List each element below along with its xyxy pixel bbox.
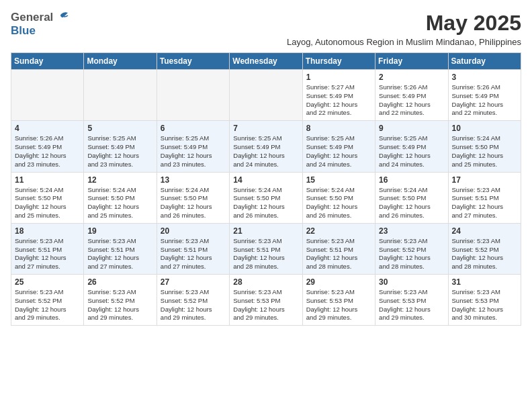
day-info: Sunrise: 5:24 AM Sunset: 5:50 PM Dayligh… bbox=[15, 186, 80, 220]
day-info: Sunrise: 5:23 AM Sunset: 5:51 PM Dayligh… bbox=[161, 237, 226, 271]
day-info: Sunrise: 5:24 AM Sunset: 5:50 PM Dayligh… bbox=[306, 186, 371, 220]
calendar-cell: 15Sunrise: 5:24 AM Sunset: 5:50 PM Dayli… bbox=[302, 172, 375, 223]
calendar-week-2: 4Sunrise: 5:26 AM Sunset: 5:49 PM Daylig… bbox=[11, 121, 521, 172]
day-number: 6 bbox=[161, 124, 226, 133]
day-info: Sunrise: 5:26 AM Sunset: 5:49 PM Dayligh… bbox=[15, 134, 80, 169]
calendar-cell: 29Sunrise: 5:23 AM Sunset: 5:53 PM Dayli… bbox=[302, 275, 375, 326]
day-info: Sunrise: 5:25 AM Sunset: 5:49 PM Dayligh… bbox=[379, 134, 444, 169]
calendar-cell: 4Sunrise: 5:26 AM Sunset: 5:49 PM Daylig… bbox=[11, 121, 84, 172]
day-info: Sunrise: 5:23 AM Sunset: 5:52 PM Dayligh… bbox=[161, 288, 226, 322]
day-number: 31 bbox=[452, 277, 517, 287]
day-number: 9 bbox=[379, 124, 444, 133]
calendar-cell: 14Sunrise: 5:24 AM Sunset: 5:50 PM Dayli… bbox=[230, 172, 302, 223]
calendar-cell: 7Sunrise: 5:25 AM Sunset: 5:49 PM Daylig… bbox=[230, 121, 302, 172]
day-number: 28 bbox=[233, 277, 298, 287]
day-number: 19 bbox=[87, 226, 152, 236]
day-number: 20 bbox=[161, 226, 226, 236]
day-info: Sunrise: 5:24 AM Sunset: 5:50 PM Dayligh… bbox=[233, 186, 298, 220]
calendar-table: SundayMondayTuesdayWednesdayThursdayFrid… bbox=[11, 52, 521, 326]
logo: General Blue bbox=[11, 11, 69, 38]
calendar-week-5: 25Sunrise: 5:23 AM Sunset: 5:52 PM Dayli… bbox=[11, 275, 521, 326]
calendar-cell: 2Sunrise: 5:26 AM Sunset: 5:49 PM Daylig… bbox=[375, 70, 448, 121]
day-info: Sunrise: 5:24 AM Sunset: 5:50 PM Dayligh… bbox=[87, 186, 152, 220]
day-number: 3 bbox=[452, 73, 517, 82]
day-number: 30 bbox=[379, 277, 444, 287]
day-number: 15 bbox=[306, 175, 371, 185]
day-number: 10 bbox=[452, 124, 517, 133]
calendar-cell: 19Sunrise: 5:23 AM Sunset: 5:51 PM Dayli… bbox=[84, 223, 157, 274]
calendar-cell: 31Sunrise: 5:23 AM Sunset: 5:53 PM Dayli… bbox=[448, 275, 521, 326]
day-info: Sunrise: 5:23 AM Sunset: 5:53 PM Dayligh… bbox=[306, 288, 371, 322]
calendar-week-4: 18Sunrise: 5:23 AM Sunset: 5:51 PM Dayli… bbox=[11, 223, 521, 274]
day-info: Sunrise: 5:24 AM Sunset: 5:50 PM Dayligh… bbox=[161, 186, 226, 220]
day-number: 25 bbox=[15, 277, 80, 287]
day-info: Sunrise: 5:26 AM Sunset: 5:49 PM Dayligh… bbox=[452, 83, 517, 118]
day-number: 29 bbox=[306, 277, 371, 287]
day-number: 11 bbox=[15, 175, 80, 185]
day-number: 4 bbox=[15, 124, 80, 133]
day-number: 16 bbox=[379, 175, 444, 185]
calendar-subtitle: Layog, Autonomous Region in Muslim Minda… bbox=[287, 37, 521, 47]
calendar-cell: 17Sunrise: 5:23 AM Sunset: 5:51 PM Dayli… bbox=[448, 172, 521, 223]
calendar-cell: 23Sunrise: 5:23 AM Sunset: 5:52 PM Dayli… bbox=[375, 223, 448, 274]
day-info: Sunrise: 5:26 AM Sunset: 5:49 PM Dayligh… bbox=[379, 83, 444, 118]
day-number: 1 bbox=[306, 73, 371, 82]
calendar-cell: 28Sunrise: 5:23 AM Sunset: 5:53 PM Dayli… bbox=[230, 275, 302, 326]
title-section: May 2025 Layog, Autonomous Region in Mus… bbox=[287, 11, 521, 47]
day-number: 22 bbox=[306, 226, 371, 236]
day-number: 8 bbox=[306, 124, 371, 133]
calendar-cell: 27Sunrise: 5:23 AM Sunset: 5:52 PM Dayli… bbox=[157, 275, 229, 326]
day-info: Sunrise: 5:23 AM Sunset: 5:51 PM Dayligh… bbox=[87, 237, 152, 271]
weekday-header-tuesday: Tuesday bbox=[157, 53, 229, 70]
calendar-cell: 3Sunrise: 5:26 AM Sunset: 5:49 PM Daylig… bbox=[448, 70, 521, 121]
calendar-cell: 21Sunrise: 5:23 AM Sunset: 5:51 PM Dayli… bbox=[230, 223, 302, 274]
calendar-cell: 5Sunrise: 5:25 AM Sunset: 5:49 PM Daylig… bbox=[84, 121, 157, 172]
calendar-cell: 9Sunrise: 5:25 AM Sunset: 5:49 PM Daylig… bbox=[375, 121, 448, 172]
calendar-cell: 8Sunrise: 5:25 AM Sunset: 5:49 PM Daylig… bbox=[302, 121, 375, 172]
calendar-week-3: 11Sunrise: 5:24 AM Sunset: 5:50 PM Dayli… bbox=[11, 172, 521, 223]
weekday-header-row: SundayMondayTuesdayWednesdayThursdayFrid… bbox=[11, 53, 521, 70]
calendar-cell: 12Sunrise: 5:24 AM Sunset: 5:50 PM Dayli… bbox=[84, 172, 157, 223]
weekday-header-friday: Friday bbox=[375, 53, 448, 70]
day-info: Sunrise: 5:23 AM Sunset: 5:52 PM Dayligh… bbox=[15, 288, 80, 322]
calendar-cell bbox=[84, 70, 157, 121]
calendar-cell: 24Sunrise: 5:23 AM Sunset: 5:52 PM Dayli… bbox=[448, 223, 521, 274]
logo-blue-text: Blue bbox=[11, 24, 36, 37]
calendar-cell: 11Sunrise: 5:24 AM Sunset: 5:50 PM Dayli… bbox=[11, 172, 84, 223]
calendar-cell: 1Sunrise: 5:27 AM Sunset: 5:49 PM Daylig… bbox=[302, 70, 375, 121]
weekday-header-monday: Monday bbox=[84, 53, 157, 70]
logo-general-text: General bbox=[11, 11, 53, 24]
day-number: 18 bbox=[15, 226, 80, 236]
day-number: 21 bbox=[233, 226, 298, 236]
calendar-cell: 22Sunrise: 5:23 AM Sunset: 5:51 PM Dayli… bbox=[302, 223, 375, 274]
calendar-cell: 18Sunrise: 5:23 AM Sunset: 5:51 PM Dayli… bbox=[11, 223, 84, 274]
day-number: 2 bbox=[379, 73, 444, 82]
day-info: Sunrise: 5:23 AM Sunset: 5:51 PM Dayligh… bbox=[452, 186, 517, 220]
day-info: Sunrise: 5:27 AM Sunset: 5:49 PM Dayligh… bbox=[306, 83, 371, 118]
day-number: 14 bbox=[233, 175, 298, 185]
page-header: General Blue May 2025 Layog, Autonomous … bbox=[11, 11, 521, 47]
calendar-cell: 6Sunrise: 5:25 AM Sunset: 5:49 PM Daylig… bbox=[157, 121, 229, 172]
day-number: 7 bbox=[233, 124, 298, 133]
day-info: Sunrise: 5:23 AM Sunset: 5:52 PM Dayligh… bbox=[87, 288, 152, 322]
day-info: Sunrise: 5:24 AM Sunset: 5:50 PM Dayligh… bbox=[379, 186, 444, 220]
day-number: 26 bbox=[87, 277, 152, 287]
day-info: Sunrise: 5:23 AM Sunset: 5:51 PM Dayligh… bbox=[306, 237, 371, 271]
weekday-header-thursday: Thursday bbox=[302, 53, 375, 70]
calendar-cell: 10Sunrise: 5:24 AM Sunset: 5:50 PM Dayli… bbox=[448, 121, 521, 172]
calendar-cell: 13Sunrise: 5:24 AM Sunset: 5:50 PM Dayli… bbox=[157, 172, 229, 223]
day-info: Sunrise: 5:25 AM Sunset: 5:49 PM Dayligh… bbox=[87, 134, 152, 169]
day-number: 23 bbox=[379, 226, 444, 236]
day-number: 17 bbox=[452, 175, 517, 185]
day-info: Sunrise: 5:25 AM Sunset: 5:49 PM Dayligh… bbox=[161, 134, 226, 169]
day-info: Sunrise: 5:25 AM Sunset: 5:49 PM Dayligh… bbox=[306, 134, 371, 169]
calendar-cell: 20Sunrise: 5:23 AM Sunset: 5:51 PM Dayli… bbox=[157, 223, 229, 274]
day-number: 12 bbox=[87, 175, 152, 185]
day-info: Sunrise: 5:23 AM Sunset: 5:53 PM Dayligh… bbox=[379, 288, 444, 322]
month-title: May 2025 bbox=[287, 11, 521, 36]
day-info: Sunrise: 5:23 AM Sunset: 5:53 PM Dayligh… bbox=[452, 288, 517, 322]
day-info: Sunrise: 5:24 AM Sunset: 5:50 PM Dayligh… bbox=[452, 134, 517, 169]
logo-bird-icon bbox=[54, 11, 69, 24]
calendar-cell: 16Sunrise: 5:24 AM Sunset: 5:50 PM Dayli… bbox=[375, 172, 448, 223]
day-number: 5 bbox=[87, 124, 152, 133]
